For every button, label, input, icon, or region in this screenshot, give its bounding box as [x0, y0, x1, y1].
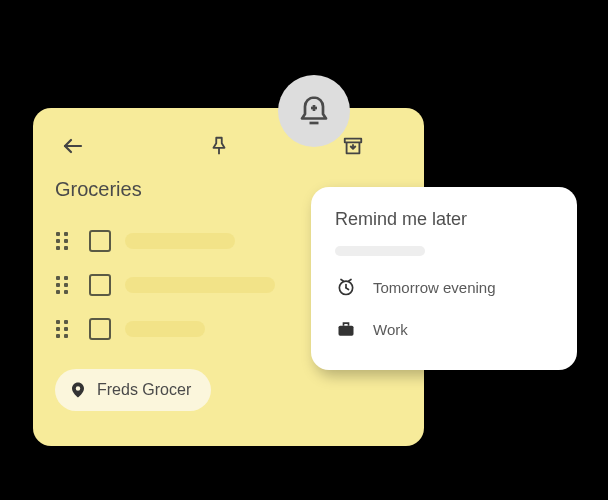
arrow-left-icon	[61, 134, 85, 158]
clock-icon	[336, 277, 356, 297]
reminder-title: Remind me later	[335, 209, 553, 230]
checkbox[interactable]	[89, 274, 111, 296]
pin-button[interactable]	[201, 128, 237, 164]
reminder-subtitle-placeholder	[335, 246, 425, 256]
reminder-option-label: Tomorrow evening	[373, 279, 496, 296]
reminder-option-time[interactable]: Tomorrow evening	[335, 276, 553, 298]
pin-icon	[208, 135, 230, 157]
svg-line-9	[346, 288, 349, 290]
drag-handle-icon[interactable]	[55, 231, 75, 251]
location-chip[interactable]: Freds Grocer	[55, 369, 211, 411]
item-text-placeholder[interactable]	[125, 321, 205, 337]
back-button[interactable]	[55, 128, 91, 164]
drag-handle-icon[interactable]	[55, 319, 75, 339]
location-pin-icon	[69, 379, 87, 401]
reminder-card: Remind me later Tomorrow evening Work	[311, 187, 577, 370]
svg-line-10	[341, 280, 344, 282]
briefcase-icon	[336, 319, 356, 339]
note-toolbar	[55, 128, 402, 164]
location-label: Freds Grocer	[97, 381, 191, 399]
reminder-option-place[interactable]: Work	[335, 318, 553, 340]
checkbox[interactable]	[89, 318, 111, 340]
reminder-bell-button[interactable]	[278, 75, 350, 147]
bell-plus-icon	[296, 93, 332, 129]
item-text-placeholder[interactable]	[125, 277, 275, 293]
drag-handle-icon[interactable]	[55, 275, 75, 295]
svg-line-11	[349, 280, 352, 282]
svg-rect-2	[345, 139, 362, 143]
item-text-placeholder[interactable]	[125, 233, 235, 249]
reminder-option-label: Work	[373, 321, 408, 338]
svg-rect-12	[339, 326, 354, 336]
archive-icon	[342, 135, 364, 157]
checkbox[interactable]	[89, 230, 111, 252]
